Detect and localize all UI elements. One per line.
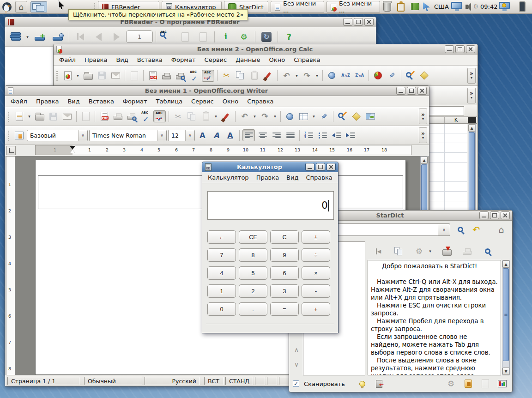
status-language[interactable]: Русский (145, 377, 200, 385)
options-icon[interactable] (445, 378, 457, 390)
key-plusminus[interactable]: ± (302, 230, 330, 244)
font-size-select[interactable]: 12 (168, 130, 195, 141)
navigator-icon[interactable] (350, 110, 363, 122)
insert-table-icon[interactable] (297, 110, 310, 122)
close-button[interactable] (364, 18, 374, 26)
key-minus[interactable]: - (302, 284, 330, 298)
key-plus[interactable]: + (302, 302, 330, 316)
find-replace-icon[interactable] (336, 110, 349, 122)
minimize-button[interactable] (396, 87, 405, 95)
print-preview-icon[interactable] (126, 110, 138, 122)
menu-insert[interactable]: Вставка (137, 56, 163, 63)
key-c[interactable]: C (270, 230, 299, 244)
list-previous-icon[interactable]: ∧ (291, 344, 302, 356)
scroll-up-icon[interactable]: ▲ (468, 124, 475, 132)
toolbar-grip[interactable] (55, 70, 59, 81)
list-next-icon[interactable]: ∨ (291, 358, 302, 370)
menu-help[interactable]: Справка (294, 56, 320, 63)
menu-tools[interactable]: Сервис (205, 56, 227, 63)
column-header-k[interactable]: K (444, 117, 467, 123)
maximize-button[interactable] (407, 87, 416, 95)
justify-icon[interactable] (284, 129, 296, 141)
key-3[interactable]: 3 (270, 284, 299, 298)
increase-indent-icon[interactable] (344, 129, 357, 141)
zoom-icon[interactable] (481, 245, 494, 257)
open-icon[interactable] (33, 110, 46, 122)
sort-descending-icon[interactable] (353, 70, 366, 82)
menu-help[interactable]: Справка (306, 174, 332, 181)
hyperlink-icon[interactable] (326, 70, 338, 82)
key-8[interactable]: 8 (239, 248, 267, 262)
close-button[interactable] (326, 163, 336, 171)
workspace-switcher-icon[interactable] (30, 1, 47, 12)
device-tray-icon[interactable] (519, 1, 526, 12)
table-dropdown-icon[interactable] (311, 111, 316, 122)
calculator-display[interactable]: 0 (207, 191, 334, 220)
help-icon[interactable] (281, 30, 297, 44)
key-backspace[interactable]: ← (207, 230, 236, 244)
print-preview-icon[interactable] (174, 70, 187, 82)
volume-icon[interactable]: ))) (466, 3, 478, 11)
menu-insert[interactable]: Вставка (89, 98, 114, 105)
writer-titlebar[interactable]: Без имени 1 - OpenOffice.org Writer (5, 86, 429, 96)
key-1[interactable]: 1 (207, 284, 236, 298)
menu-calculator[interactable]: Калькулятор (208, 174, 249, 181)
numbered-list-icon[interactable] (302, 129, 315, 141)
print-icon[interactable] (112, 110, 124, 122)
maximize-button[interactable] (316, 163, 325, 171)
home-icon[interactable] (495, 223, 508, 235)
calculator-titlebar[interactable]: Калькулятор (202, 162, 338, 172)
spellcheck-icon[interactable] (188, 70, 200, 82)
key-ce[interactable]: CE (239, 230, 267, 244)
email-icon[interactable] (109, 70, 122, 82)
menu-data[interactable]: Данные (236, 56, 260, 63)
lightbulb-icon[interactable] (356, 378, 369, 390)
new-document-icon[interactable] (13, 110, 25, 122)
calc-titlebar[interactable]: Без имени 2 - OpenOffice.org Calc (54, 44, 478, 54)
new-dropdown-icon[interactable] (75, 70, 80, 81)
insert-chart-icon[interactable] (372, 70, 384, 82)
align-center-icon[interactable] (256, 129, 269, 141)
paragraph-style-select[interactable]: Базовый (27, 130, 88, 141)
main-menu-bird-icon[interactable] (1, 1, 13, 14)
scroll-up-icon[interactable]: ▲ (502, 260, 509, 268)
search-history-dropdown-icon[interactable]: ∨ (438, 223, 450, 236)
back-icon[interactable] (470, 223, 483, 235)
menu-file[interactable]: Файл (11, 98, 27, 105)
toolbar-grip[interactable] (7, 111, 10, 122)
find-replace-icon[interactable] (404, 70, 417, 82)
network-library-icon[interactable] (49, 30, 66, 44)
menu-table[interactable]: Таблица (156, 98, 183, 105)
key-4[interactable]: 4 (207, 266, 236, 280)
hyperlink-icon[interactable] (284, 110, 296, 122)
minimize-button[interactable] (305, 163, 314, 171)
scroll-down-icon[interactable]: ▼ (502, 368, 509, 375)
sort-ascending-icon[interactable] (339, 70, 352, 82)
autospellcheck-icon[interactable] (202, 70, 214, 82)
email-icon[interactable] (61, 110, 73, 122)
key-divide[interactable]: ÷ (302, 248, 330, 262)
status-selection-mode[interactable]: СТАНД (225, 377, 253, 385)
close-button[interactable] (466, 45, 475, 53)
decrease-indent-icon[interactable] (330, 129, 343, 141)
scan-checkbox[interactable]: ✓ (293, 380, 299, 387)
menu-edit[interactable]: Правка (256, 174, 279, 181)
format-paintbrush-icon[interactable] (220, 110, 232, 122)
key-equals[interactable]: = (270, 302, 299, 316)
key-2[interactable]: 2 (239, 284, 267, 298)
pointer-tray-icon[interactable] (423, 2, 430, 11)
menu-tools[interactable]: Сервис (191, 98, 214, 105)
new-document-icon[interactable] (61, 70, 74, 82)
display-tray-icon[interactable] (451, 2, 462, 9)
key-decimal[interactable]: . (239, 302, 267, 316)
maximize-button[interactable] (455, 45, 465, 53)
close-button[interactable] (417, 87, 427, 95)
page-number-field[interactable]: 1 (126, 30, 153, 43)
autospellcheck-icon[interactable] (153, 110, 166, 122)
print-icon[interactable] (160, 70, 173, 82)
time-admin-icon[interactable] (499, 2, 510, 9)
keyboard-layout-indicator[interactable]: США (434, 3, 449, 10)
minimize-button[interactable] (445, 45, 454, 53)
show-draw-functions-icon[interactable] (386, 70, 398, 82)
italic-icon[interactable] (210, 129, 223, 141)
